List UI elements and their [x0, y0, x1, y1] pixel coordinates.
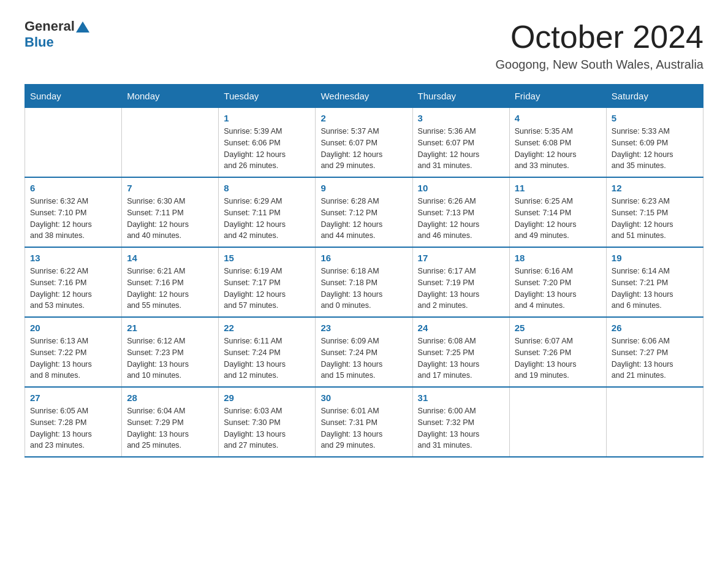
calendar-cell: 19Sunrise: 6:14 AMSunset: 7:21 PMDayligh… [606, 247, 703, 317]
logo-blue-text: Blue [25, 34, 54, 50]
day-info: Sunrise: 6:28 AMSunset: 7:12 PMDaylight:… [320, 196, 407, 242]
day-info: Sunrise: 5:39 AMSunset: 6:06 PMDaylight:… [224, 126, 310, 172]
calendar-header-row: SundayMondayTuesdayWednesdayThursdayFrid… [25, 85, 703, 108]
day-number: 8 [224, 183, 310, 193]
title-block: October 2024 Googong, New South Wales, A… [496, 18, 703, 72]
calendar-table: SundayMondayTuesdayWednesdayThursdayFrid… [25, 84, 703, 458]
calendar-cell: 28Sunrise: 6:04 AMSunset: 7:29 PMDayligh… [122, 387, 219, 457]
day-info: Sunrise: 6:11 AMSunset: 7:24 PMDaylight:… [224, 335, 310, 381]
calendar-cell: 15Sunrise: 6:19 AMSunset: 7:17 PMDayligh… [219, 247, 316, 317]
calendar-cell: 30Sunrise: 6:01 AMSunset: 7:31 PMDayligh… [316, 387, 412, 457]
day-number: 3 [418, 113, 504, 123]
day-info: Sunrise: 6:06 AMSunset: 7:27 PMDaylight:… [612, 335, 698, 381]
day-number: 7 [127, 183, 213, 193]
calendar-cell [122, 108, 219, 178]
day-number: 14 [127, 253, 213, 263]
calendar-day-header: Sunday [25, 85, 122, 108]
day-info: Sunrise: 6:25 AMSunset: 7:14 PMDaylight:… [515, 196, 601, 242]
day-number: 10 [418, 183, 504, 193]
day-info: Sunrise: 6:23 AMSunset: 7:15 PMDaylight:… [612, 196, 698, 242]
calendar-cell: 8Sunrise: 6:29 AMSunset: 7:11 PMDaylight… [219, 177, 316, 247]
day-number: 22 [224, 323, 310, 333]
day-number: 16 [320, 253, 407, 263]
day-number: 27 [30, 393, 116, 403]
day-number: 11 [515, 183, 601, 193]
calendar-cell: 7Sunrise: 6:30 AMSunset: 7:11 PMDaylight… [122, 177, 219, 247]
day-info: Sunrise: 6:19 AMSunset: 7:17 PMDaylight:… [224, 266, 310, 312]
day-info: Sunrise: 6:09 AMSunset: 7:24 PMDaylight:… [320, 335, 407, 381]
calendar-day-header: Wednesday [316, 85, 412, 108]
day-number: 28 [127, 393, 213, 403]
day-number: 1 [224, 113, 310, 123]
day-info: Sunrise: 6:32 AMSunset: 7:10 PMDaylight:… [30, 196, 116, 242]
day-number: 29 [224, 393, 310, 403]
day-number: 20 [30, 323, 116, 333]
svg-marker-0 [76, 21, 89, 33]
day-info: Sunrise: 6:05 AMSunset: 7:28 PMDaylight:… [30, 405, 116, 451]
calendar-cell: 9Sunrise: 6:28 AMSunset: 7:12 PMDaylight… [316, 177, 412, 247]
calendar-cell: 24Sunrise: 6:08 AMSunset: 7:25 PMDayligh… [412, 317, 509, 387]
page-subtitle: Googong, New South Wales, Australia [496, 58, 703, 72]
calendar-cell [606, 387, 703, 457]
calendar-cell: 12Sunrise: 6:23 AMSunset: 7:15 PMDayligh… [606, 177, 703, 247]
day-number: 26 [612, 323, 698, 333]
day-info: Sunrise: 6:14 AMSunset: 7:21 PMDaylight:… [612, 266, 698, 312]
day-info: Sunrise: 6:03 AMSunset: 7:30 PMDaylight:… [224, 405, 310, 451]
day-number: 12 [612, 183, 698, 193]
calendar-cell: 1Sunrise: 5:39 AMSunset: 6:06 PMDaylight… [219, 108, 316, 178]
day-info: Sunrise: 6:00 AMSunset: 7:32 PMDaylight:… [418, 405, 504, 451]
calendar-cell: 23Sunrise: 6:09 AMSunset: 7:24 PMDayligh… [316, 317, 412, 387]
calendar-week-row: 27Sunrise: 6:05 AMSunset: 7:28 PMDayligh… [25, 387, 703, 457]
day-info: Sunrise: 6:07 AMSunset: 7:26 PMDaylight:… [515, 335, 601, 381]
day-number: 30 [320, 393, 407, 403]
day-info: Sunrise: 6:01 AMSunset: 7:31 PMDaylight:… [320, 405, 407, 451]
calendar-week-row: 6Sunrise: 6:32 AMSunset: 7:10 PMDaylight… [25, 177, 703, 247]
calendar-week-row: 1Sunrise: 5:39 AMSunset: 6:06 PMDaylight… [25, 108, 703, 178]
calendar-cell [25, 108, 122, 178]
page-header: General Blue October 2024 Googong, New S… [25, 18, 703, 72]
day-info: Sunrise: 5:37 AMSunset: 6:07 PMDaylight:… [320, 126, 407, 172]
day-info: Sunrise: 6:04 AMSunset: 7:29 PMDaylight:… [127, 405, 213, 451]
calendar-cell: 17Sunrise: 6:17 AMSunset: 7:19 PMDayligh… [412, 247, 509, 317]
calendar-week-row: 20Sunrise: 6:13 AMSunset: 7:22 PMDayligh… [25, 317, 703, 387]
calendar-cell: 31Sunrise: 6:00 AMSunset: 7:32 PMDayligh… [412, 387, 509, 457]
day-info: Sunrise: 6:29 AMSunset: 7:11 PMDaylight:… [224, 196, 310, 242]
day-info: Sunrise: 6:17 AMSunset: 7:19 PMDaylight:… [418, 266, 504, 312]
day-info: Sunrise: 6:16 AMSunset: 7:20 PMDaylight:… [515, 266, 601, 312]
day-number: 24 [418, 323, 504, 333]
day-info: Sunrise: 5:36 AMSunset: 6:07 PMDaylight:… [418, 126, 504, 172]
calendar-cell: 22Sunrise: 6:11 AMSunset: 7:24 PMDayligh… [219, 317, 316, 387]
day-number: 25 [515, 323, 601, 333]
logo-general-text: General [25, 18, 75, 34]
day-number: 31 [418, 393, 504, 403]
day-number: 2 [320, 113, 407, 123]
calendar-cell: 21Sunrise: 6:12 AMSunset: 7:23 PMDayligh… [122, 317, 219, 387]
day-info: Sunrise: 5:35 AMSunset: 6:08 PMDaylight:… [515, 126, 601, 172]
logo: General Blue [25, 18, 89, 50]
calendar-cell: 26Sunrise: 6:06 AMSunset: 7:27 PMDayligh… [606, 317, 703, 387]
calendar-cell: 14Sunrise: 6:21 AMSunset: 7:16 PMDayligh… [122, 247, 219, 317]
day-number: 18 [515, 253, 601, 263]
day-info: Sunrise: 6:21 AMSunset: 7:16 PMDaylight:… [127, 266, 213, 312]
day-info: Sunrise: 6:18 AMSunset: 7:18 PMDaylight:… [320, 266, 407, 312]
calendar-cell: 20Sunrise: 6:13 AMSunset: 7:22 PMDayligh… [25, 317, 122, 387]
calendar-cell [509, 387, 606, 457]
calendar-cell: 25Sunrise: 6:07 AMSunset: 7:26 PMDayligh… [509, 317, 606, 387]
calendar-day-header: Friday [509, 85, 606, 108]
day-info: Sunrise: 6:13 AMSunset: 7:22 PMDaylight:… [30, 335, 116, 381]
calendar-cell: 6Sunrise: 6:32 AMSunset: 7:10 PMDaylight… [25, 177, 122, 247]
calendar-cell: 11Sunrise: 6:25 AMSunset: 7:14 PMDayligh… [509, 177, 606, 247]
day-number: 15 [224, 253, 310, 263]
calendar-cell: 16Sunrise: 6:18 AMSunset: 7:18 PMDayligh… [316, 247, 412, 317]
day-info: Sunrise: 5:33 AMSunset: 6:09 PMDaylight:… [612, 126, 698, 172]
day-info: Sunrise: 6:30 AMSunset: 7:11 PMDaylight:… [127, 196, 213, 242]
calendar-cell: 10Sunrise: 6:26 AMSunset: 7:13 PMDayligh… [412, 177, 509, 247]
day-number: 23 [320, 323, 407, 333]
day-number: 13 [30, 253, 116, 263]
day-number: 21 [127, 323, 213, 333]
calendar-cell: 13Sunrise: 6:22 AMSunset: 7:16 PMDayligh… [25, 247, 122, 317]
day-number: 19 [612, 253, 698, 263]
day-info: Sunrise: 6:08 AMSunset: 7:25 PMDaylight:… [418, 335, 504, 381]
calendar-cell: 5Sunrise: 5:33 AMSunset: 6:09 PMDaylight… [606, 108, 703, 178]
page-title: October 2024 [496, 18, 703, 55]
